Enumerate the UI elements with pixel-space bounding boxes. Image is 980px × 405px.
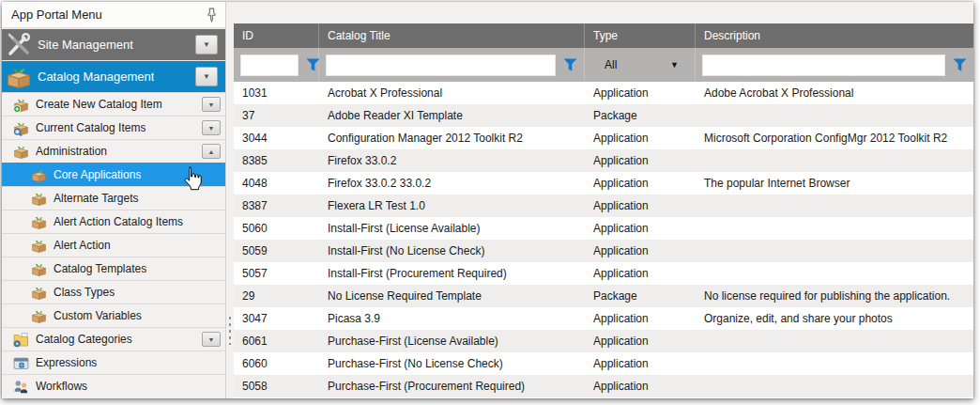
workflows-icon <box>13 379 29 395</box>
grid-header: ID Catalog Title Type Description <box>234 23 973 48</box>
sidebar-item-current-catalog-items[interactable]: Current Catalog Items▼ <box>2 116 225 139</box>
table-row[interactable]: 37Adobe Reader XI TemplatePackage <box>234 104 973 127</box>
table-row[interactable]: 8385Firefox 33.0.2Application <box>234 149 973 172</box>
cell-id: 8385 <box>234 149 319 172</box>
cell-title: Flexera LR Test 1.0 <box>319 195 585 217</box>
cell-title: Adobe Reader XI Template <box>319 104 585 127</box>
filter-funnel-icon[interactable] <box>953 58 967 71</box>
cell-type: Package <box>585 285 696 307</box>
app-portal-window: App Portal Menu Site Management▼Catalog … <box>0 0 980 405</box>
tools-icon <box>6 32 32 58</box>
cell-description: Organize, edit, and share your photos <box>696 307 973 330</box>
cell-id: 5058 <box>234 375 319 397</box>
sidebar-item-catalog-categories[interactable]: Catalog Categories▼ <box>2 327 225 350</box>
splitter-handle[interactable] <box>226 2 234 398</box>
sidebar-item-alternate-targets[interactable]: Alternate Targets <box>2 186 225 210</box>
cell-type: Application <box>585 217 696 240</box>
sidebar-item-expressions[interactable]: Expressions <box>2 350 225 374</box>
table-row[interactable]: 5060Install-First (License Available)App… <box>234 217 973 240</box>
column-header-description[interactable]: Description <box>696 23 973 48</box>
box-sprout-icon <box>31 285 47 301</box>
cell-type: Application <box>585 127 696 149</box>
sidebar-header: App Portal Menu <box>2 2 225 28</box>
sidebar-item-custom-variables[interactable]: Custom Variables <box>2 304 225 327</box>
box-sprout-icon <box>31 191 47 207</box>
description-filter-input[interactable] <box>702 55 945 76</box>
sidebar-item-label: Core Applications <box>54 168 141 181</box>
table-row[interactable]: 1031Acrobat X ProfessionalApplicationAdo… <box>234 82 973 104</box>
sidebar-item-label: Catalog Categories <box>36 333 132 346</box>
cell-id: 1031 <box>234 82 319 104</box>
column-header-id[interactable]: ID <box>234 23 319 48</box>
cell-type: Application <box>585 195 696 217</box>
type-filter-value: All <box>605 58 617 71</box>
cell-title: Purchase-First (Procurement Required) <box>319 375 585 397</box>
sidebar-item-label: Create New Catalog Item <box>36 98 162 111</box>
expander-down-icon[interactable]: ▼ <box>195 67 218 86</box>
sidebar-item-create-new-catalog-item[interactable]: Create New Catalog Item▼ <box>2 92 225 116</box>
sidebar-item-catalog-management[interactable]: Catalog Management▼ <box>2 60 225 92</box>
column-header-title[interactable]: Catalog Title <box>319 23 585 48</box>
cell-description <box>696 217 973 240</box>
sidebar-item-class-types[interactable]: Class Types <box>2 280 225 304</box>
expander-down-icon[interactable]: ▼ <box>195 35 218 55</box>
table-row[interactable]: 5059Install-First (No License Check)Appl… <box>234 240 973 262</box>
table-row[interactable]: 8387Flexera LR Test 1.0Application <box>234 195 973 217</box>
filter-cell-type: All ▼ <box>585 48 696 82</box>
table-row[interactable]: 3044Configuration Manager 2012 Toolkit R… <box>234 127 973 149</box>
cell-description <box>696 104 973 127</box>
type-filter-dropdown[interactable]: All ▼ <box>591 58 688 71</box>
filter-cell-title <box>319 48 585 82</box>
cell-title: Purchase-First (No License Check) <box>319 352 585 375</box>
filter-cell-description <box>696 48 973 82</box>
table-row[interactable]: 6061Purchase-First (License Available)Ap… <box>234 330 973 352</box>
column-header-type[interactable]: Type <box>585 23 696 48</box>
cell-description <box>696 195 973 217</box>
filter-funnel-icon[interactable] <box>306 58 320 71</box>
sidebar-menu: Site Management▼Catalog Management▼Creat… <box>2 28 225 397</box>
sidebar-item-alert-action-catalog-items[interactable]: Alert Action Catalog Items <box>2 210 225 233</box>
expander-down-icon[interactable]: ▼ <box>202 120 221 135</box>
table-row[interactable]: 6060Purchase-First (No License Check)App… <box>234 352 973 375</box>
content-pane: ID Catalog Title Type Description <box>234 2 973 398</box>
sidebar-item-label: Site Management <box>38 38 133 52</box>
filter-funnel-icon[interactable] <box>563 58 577 71</box>
table-row[interactable]: 4048Firefox 33.0.2 33.0.2ApplicationThe … <box>234 172 973 195</box>
expander-down-icon[interactable]: ▼ <box>202 332 221 347</box>
table-row[interactable]: 3047Picasa 3.9ApplicationOrganize, edit,… <box>234 307 973 330</box>
table-row[interactable]: 5057Install-First (Procurement Required)… <box>234 262 973 285</box>
table-row[interactable]: 29No License Required TemplatePackageNo … <box>234 285 973 307</box>
cell-id: 5060 <box>234 217 319 240</box>
pushpin-icon[interactable] <box>207 8 217 23</box>
sidebar-item-administration[interactable]: Administration▲ <box>2 139 225 163</box>
cell-description <box>696 149 973 172</box>
cell-id: 6061 <box>234 330 319 352</box>
box-sprout-icon <box>31 308 47 324</box>
sidebar-item-workflows[interactable]: Workflows <box>2 374 225 397</box>
cell-title: Firefox 33.0.2 <box>319 149 585 172</box>
box-sprout-icon <box>31 214 47 230</box>
cell-id: 6060 <box>234 352 319 375</box>
cell-description <box>696 375 973 397</box>
id-filter-input[interactable] <box>240 55 299 76</box>
cell-id: 5057 <box>234 262 319 285</box>
cell-description: The popular Internet Browser <box>696 172 973 195</box>
cell-title: Picasa 3.9 <box>319 307 585 330</box>
sidebar-item-catalog-templates[interactable]: Catalog Templates <box>2 257 225 280</box>
sidebar-item-label: Alternate Targets <box>54 192 139 205</box>
expander-up-icon[interactable]: ▲ <box>202 144 221 159</box>
sidebar-item-site-management[interactable]: Site Management▼ <box>2 28 225 60</box>
sidebar-item-label: Catalog Templates <box>54 262 146 275</box>
cell-id: 5059 <box>234 240 319 262</box>
table-row[interactable]: 5058Purchase-First (Procurement Required… <box>234 375 973 397</box>
cell-description <box>696 352 973 375</box>
title-filter-input[interactable] <box>326 55 556 76</box>
cell-type: Package <box>585 104 696 127</box>
sidebar-item-alert-action[interactable]: Alert Action <box>2 233 225 257</box>
sidebar-item-core-applications[interactable]: Core Applications <box>2 163 225 186</box>
cell-description <box>696 240 973 262</box>
box-sprout-icon <box>31 238 47 254</box>
expander-down-icon[interactable]: ▼ <box>202 97 221 112</box>
cell-id: 3044 <box>234 127 319 149</box>
content-top-strip <box>234 2 973 23</box>
